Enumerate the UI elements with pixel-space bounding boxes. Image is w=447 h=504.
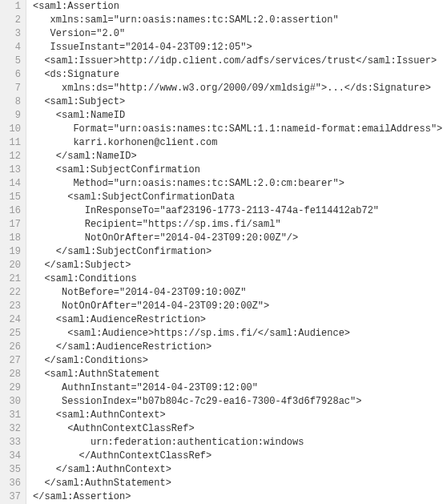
line-number: 30 [3, 395, 21, 409]
line-number: 6 [3, 68, 21, 82]
line-number: 17 [3, 218, 21, 232]
line-number: 37 [3, 490, 21, 504]
code-line: InResponseTo="aaf23196-1773-2113-474a-fe… [33, 204, 442, 218]
line-number: 27 [3, 354, 21, 368]
line-number: 11 [3, 136, 21, 150]
line-number: 2 [3, 14, 21, 27]
code-line: <saml:Issuer>http://idp.client.com/adfs/… [33, 54, 442, 68]
code-line: </saml:NameID> [33, 150, 442, 163]
code-line: </saml:Conditions> [33, 354, 442, 368]
line-number: 28 [3, 368, 21, 381]
code-line: <saml:NameID [33, 109, 442, 123]
code-line: xmlns:saml="urn:oasis:names:tc:SAML:2.0:… [33, 14, 442, 27]
line-number: 18 [3, 232, 21, 245]
code-content: <saml:Assertion xmlns:saml="urn:oasis:na… [26, 0, 442, 504]
line-number-gutter: 1234567891011121314151617181920212223242… [0, 0, 26, 504]
code-line: </saml:AudienceRestriction> [33, 341, 442, 354]
line-number: 10 [3, 123, 21, 136]
line-number: 5 [3, 54, 21, 68]
code-line: NotOnOrAfter="2014-04-23T09:20:00Z"/> [33, 232, 442, 245]
line-number: 12 [3, 150, 21, 163]
code-line: xmlns:ds="http://www.w3.org/2000/09/xmld… [33, 82, 442, 95]
line-number: 7 [3, 82, 21, 95]
code-line: <saml:Audience>https://sp.ims.fi/</saml:… [33, 327, 442, 341]
code-line: </AuthnContextClassRef> [33, 450, 442, 463]
line-number: 15 [3, 191, 21, 204]
line-number: 3 [3, 27, 21, 41]
line-number: 20 [3, 259, 21, 272]
line-number: 9 [3, 109, 21, 123]
code-line: Recipient="https://sp.ims.fi/saml" [33, 218, 442, 232]
line-number: 36 [3, 477, 21, 490]
line-number: 13 [3, 163, 21, 177]
code-line: <ds:Signature [33, 68, 442, 82]
line-number: 24 [3, 313, 21, 327]
line-number: 23 [3, 300, 21, 313]
line-number: 29 [3, 381, 21, 395]
code-line: <saml:AudienceRestriction> [33, 313, 442, 327]
code-line: AuthnInstant="2014-04-23T09:12:00" [33, 381, 442, 395]
line-number: 8 [3, 95, 21, 109]
code-line: <saml:AuthnContext> [33, 409, 442, 422]
code-line: <saml:AuthnStatement [33, 368, 442, 381]
code-line: NotOnOrAfter="2014-04-23T09:20:00Z"> [33, 300, 442, 313]
code-line: NotBefore="2014-04-23T09:10:00Z" [33, 286, 442, 300]
code-line: Method="urn:oasis:names:tc:SAML:2.0:cm:b… [33, 177, 442, 191]
code-line: <AuthnContextClassRef> [33, 422, 442, 436]
line-number: 34 [3, 450, 21, 463]
code-line: IssueInstant="2014-04-23T09:12:05"> [33, 41, 442, 54]
line-number: 22 [3, 286, 21, 300]
code-line: <saml:Conditions [33, 272, 442, 286]
line-number: 1 [3, 0, 21, 14]
code-line: </saml:AuthnContext> [33, 463, 442, 477]
code-line: </saml:AuthnStatement> [33, 477, 442, 490]
code-line: <saml:Subject> [33, 95, 442, 109]
line-number: 21 [3, 272, 21, 286]
line-number: 19 [3, 245, 21, 259]
line-number: 14 [3, 177, 21, 191]
code-line: </saml:Subject> [33, 259, 442, 272]
line-number: 35 [3, 463, 21, 477]
line-number: 4 [3, 41, 21, 54]
line-number: 33 [3, 436, 21, 450]
code-block: 1234567891011121314151617181920212223242… [0, 0, 447, 504]
line-number: 16 [3, 204, 21, 218]
code-line: Version="2.0" [33, 27, 442, 41]
code-line: urn:federation:authentication:windows [33, 436, 442, 450]
code-line: Format="urn:oasis:names:tc:SAML:1.1:name… [33, 123, 442, 136]
code-line: <saml:SubjectConfirmationData [33, 191, 442, 204]
code-line: </saml:Assertion> [33, 490, 442, 504]
line-number: 31 [3, 409, 21, 422]
code-line: karri.korhonen@client.com [33, 136, 442, 150]
code-line: <saml:SubjectConfirmation [33, 163, 442, 177]
code-line: </saml:SubjectConfirmation> [33, 245, 442, 259]
code-line: SessionIndex="b07b804c-7c29-ea16-7300-4f… [33, 395, 442, 409]
line-number: 32 [3, 422, 21, 436]
line-number: 25 [3, 327, 21, 341]
code-line: <saml:Assertion [33, 0, 442, 14]
line-number: 26 [3, 341, 21, 354]
